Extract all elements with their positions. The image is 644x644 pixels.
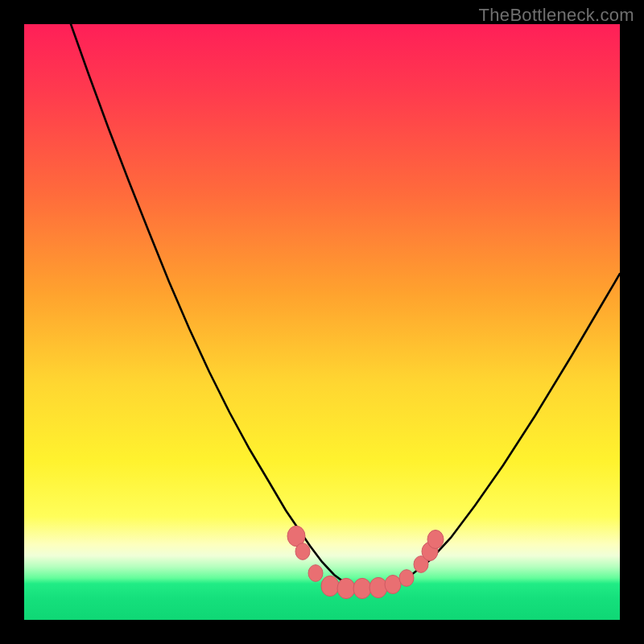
green-band xyxy=(24,584,620,620)
heat-gradient xyxy=(24,24,620,584)
chart-frame xyxy=(24,24,620,620)
watermark-text: TheBottleneck.com xyxy=(479,5,634,26)
